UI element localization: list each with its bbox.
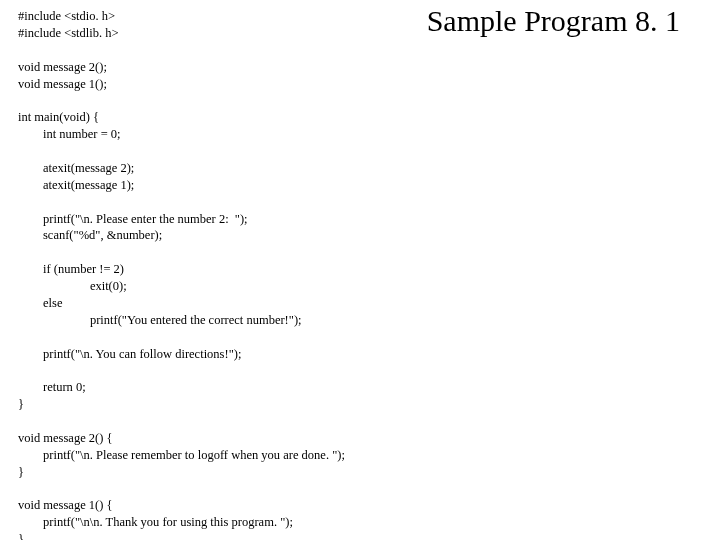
- code-block: #include <stdio. h> #include <stdlib. h>…: [18, 8, 720, 540]
- slide-container: Sample Program 8. 1 #include <stdio. h> …: [0, 0, 720, 540]
- slide-title: Sample Program 8. 1: [427, 4, 680, 38]
